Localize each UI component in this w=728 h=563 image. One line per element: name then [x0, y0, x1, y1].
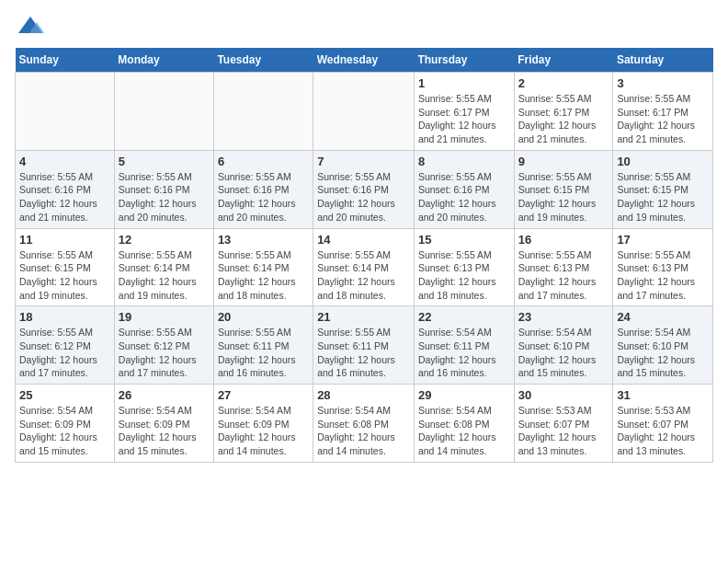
day-number: 7 — [317, 155, 410, 168]
calendar-cell: 18Sunrise: 5:55 AM Sunset: 6:12 PM Dayli… — [16, 306, 115, 385]
day-number: 18 — [19, 310, 110, 324]
day-info: Sunrise: 5:55 AM Sunset: 6:13 PM Dayligh… — [418, 248, 510, 303]
day-info: Sunrise: 5:55 AM Sunset: 6:14 PM Dayligh… — [119, 248, 210, 303]
day-info: Sunrise: 5:55 AM Sunset: 6:14 PM Dayligh… — [218, 248, 309, 303]
calendar-table: SundayMondayTuesdayWednesdayThursdayFrid… — [15, 48, 713, 463]
day-number: 4 — [19, 155, 110, 168]
day-info: Sunrise: 5:55 AM Sunset: 6:17 PM Dayligh… — [518, 92, 609, 146]
day-number: 10 — [617, 155, 709, 168]
weekday-header: Wednesday — [313, 48, 415, 73]
day-info: Sunrise: 5:54 AM Sunset: 6:09 PM Dayligh… — [119, 404, 210, 458]
day-number: 17 — [617, 233, 709, 247]
header — [15, 15, 713, 37]
calendar-cell: 13Sunrise: 5:55 AM Sunset: 6:14 PM Dayli… — [213, 228, 313, 306]
calendar-cell: 5Sunrise: 5:55 AM Sunset: 6:16 PM Daylig… — [114, 150, 213, 228]
calendar-cell: 15Sunrise: 5:55 AM Sunset: 6:13 PM Dayli… — [414, 228, 514, 306]
day-info: Sunrise: 5:54 AM Sunset: 6:09 PM Dayligh… — [218, 404, 309, 458]
calendar-cell: 12Sunrise: 5:55 AM Sunset: 6:14 PM Dayli… — [114, 228, 213, 306]
weekday-header: Sunday — [16, 48, 115, 73]
day-number: 20 — [218, 310, 309, 324]
day-info: Sunrise: 5:54 AM Sunset: 6:08 PM Dayligh… — [317, 404, 410, 458]
calendar-week-row: 1Sunrise: 5:55 AM Sunset: 6:17 PM Daylig… — [16, 73, 713, 151]
calendar-cell: 14Sunrise: 5:55 AM Sunset: 6:14 PM Dayli… — [313, 228, 415, 306]
day-number: 9 — [518, 155, 609, 168]
calendar-cell — [16, 73, 115, 151]
weekday-header: Saturday — [613, 48, 713, 73]
calendar-cell: 20Sunrise: 5:55 AM Sunset: 6:11 PM Dayli… — [213, 306, 313, 385]
day-info: Sunrise: 5:54 AM Sunset: 6:11 PM Dayligh… — [418, 326, 510, 380]
day-number: 31 — [617, 388, 709, 402]
calendar-week-row: 11Sunrise: 5:55 AM Sunset: 6:15 PM Dayli… — [16, 228, 713, 306]
day-number: 1 — [418, 76, 510, 90]
day-info: Sunrise: 5:55 AM Sunset: 6:13 PM Dayligh… — [518, 248, 609, 303]
calendar-week-row: 18Sunrise: 5:55 AM Sunset: 6:12 PM Dayli… — [16, 306, 713, 385]
day-number: 25 — [19, 388, 110, 402]
calendar-cell: 11Sunrise: 5:55 AM Sunset: 6:15 PM Dayli… — [16, 228, 115, 306]
calendar-cell: 19Sunrise: 5:55 AM Sunset: 6:12 PM Dayli… — [114, 306, 213, 385]
day-number: 6 — [218, 155, 309, 168]
day-number: 14 — [317, 233, 410, 247]
calendar-week-row: 4Sunrise: 5:55 AM Sunset: 6:16 PM Daylig… — [16, 150, 713, 228]
day-number: 3 — [617, 76, 709, 90]
calendar-cell: 28Sunrise: 5:54 AM Sunset: 6:08 PM Dayli… — [313, 385, 415, 463]
day-info: Sunrise: 5:53 AM Sunset: 6:07 PM Dayligh… — [617, 404, 709, 458]
calendar-cell: 10Sunrise: 5:55 AM Sunset: 6:15 PM Dayli… — [613, 150, 713, 228]
day-number: 19 — [119, 310, 210, 324]
day-info: Sunrise: 5:55 AM Sunset: 6:16 PM Dayligh… — [317, 170, 410, 224]
day-number: 29 — [418, 388, 510, 402]
weekday-header: Friday — [514, 48, 613, 73]
day-info: Sunrise: 5:55 AM Sunset: 6:16 PM Dayligh… — [418, 170, 510, 224]
calendar-cell: 6Sunrise: 5:55 AM Sunset: 6:16 PM Daylig… — [213, 150, 313, 228]
day-info: Sunrise: 5:55 AM Sunset: 6:16 PM Dayligh… — [19, 170, 110, 224]
day-info: Sunrise: 5:54 AM Sunset: 6:09 PM Dayligh… — [19, 404, 110, 458]
day-info: Sunrise: 5:54 AM Sunset: 6:10 PM Dayligh… — [617, 326, 709, 380]
calendar-cell: 23Sunrise: 5:54 AM Sunset: 6:10 PM Dayli… — [514, 306, 613, 385]
calendar-cell: 31Sunrise: 5:53 AM Sunset: 6:07 PM Dayli… — [613, 385, 713, 463]
calendar-cell: 3Sunrise: 5:55 AM Sunset: 6:17 PM Daylig… — [613, 73, 713, 151]
day-info: Sunrise: 5:55 AM Sunset: 6:15 PM Dayligh… — [19, 248, 110, 303]
day-info: Sunrise: 5:55 AM Sunset: 6:15 PM Dayligh… — [617, 170, 709, 224]
day-number: 21 — [317, 310, 410, 324]
calendar-cell: 27Sunrise: 5:54 AM Sunset: 6:09 PM Dayli… — [213, 385, 313, 463]
logo — [15, 15, 44, 37]
weekday-header: Tuesday — [213, 48, 313, 73]
day-number: 2 — [518, 76, 609, 90]
calendar-cell: 2Sunrise: 5:55 AM Sunset: 6:17 PM Daylig… — [514, 73, 613, 151]
day-info: Sunrise: 5:55 AM Sunset: 6:16 PM Dayligh… — [218, 170, 309, 224]
calendar-cell: 4Sunrise: 5:55 AM Sunset: 6:16 PM Daylig… — [16, 150, 115, 228]
day-number: 22 — [418, 310, 510, 324]
calendar-cell: 30Sunrise: 5:53 AM Sunset: 6:07 PM Dayli… — [514, 385, 613, 463]
calendar-cell — [114, 73, 213, 151]
day-info: Sunrise: 5:55 AM Sunset: 6:16 PM Dayligh… — [119, 170, 210, 224]
day-number: 5 — [119, 155, 210, 168]
day-info: Sunrise: 5:55 AM Sunset: 6:11 PM Dayligh… — [317, 326, 410, 380]
day-number: 28 — [317, 388, 410, 402]
day-number: 8 — [418, 155, 510, 168]
day-number: 13 — [218, 233, 309, 247]
weekday-header: Thursday — [414, 48, 514, 73]
calendar-cell — [313, 73, 415, 151]
day-number: 11 — [19, 233, 110, 247]
day-info: Sunrise: 5:55 AM Sunset: 6:17 PM Dayligh… — [617, 92, 709, 146]
day-info: Sunrise: 5:55 AM Sunset: 6:15 PM Dayligh… — [518, 170, 609, 224]
day-info: Sunrise: 5:55 AM Sunset: 6:12 PM Dayligh… — [19, 326, 110, 380]
day-number: 16 — [518, 233, 609, 247]
day-info: Sunrise: 5:55 AM Sunset: 6:12 PM Dayligh… — [119, 326, 210, 380]
calendar-week-row: 25Sunrise: 5:54 AM Sunset: 6:09 PM Dayli… — [16, 385, 713, 463]
day-number: 12 — [119, 233, 210, 247]
day-info: Sunrise: 5:55 AM Sunset: 6:14 PM Dayligh… — [317, 248, 410, 303]
day-info: Sunrise: 5:54 AM Sunset: 6:10 PM Dayligh… — [518, 326, 609, 380]
day-info: Sunrise: 5:55 AM Sunset: 6:13 PM Dayligh… — [617, 248, 709, 303]
calendar-cell: 26Sunrise: 5:54 AM Sunset: 6:09 PM Dayli… — [114, 385, 213, 463]
calendar-cell — [213, 73, 313, 151]
day-number: 23 — [518, 310, 609, 324]
calendar-cell: 29Sunrise: 5:54 AM Sunset: 6:08 PM Dayli… — [414, 385, 514, 463]
day-number: 30 — [518, 388, 609, 402]
day-info: Sunrise: 5:55 AM Sunset: 6:17 PM Dayligh… — [418, 92, 510, 146]
weekday-header: Monday — [114, 48, 213, 73]
calendar-cell: 22Sunrise: 5:54 AM Sunset: 6:11 PM Dayli… — [414, 306, 514, 385]
calendar-cell: 17Sunrise: 5:55 AM Sunset: 6:13 PM Dayli… — [613, 228, 713, 306]
day-number: 24 — [617, 310, 709, 324]
calendar-cell: 9Sunrise: 5:55 AM Sunset: 6:15 PM Daylig… — [514, 150, 613, 228]
day-info: Sunrise: 5:55 AM Sunset: 6:11 PM Dayligh… — [218, 326, 309, 380]
